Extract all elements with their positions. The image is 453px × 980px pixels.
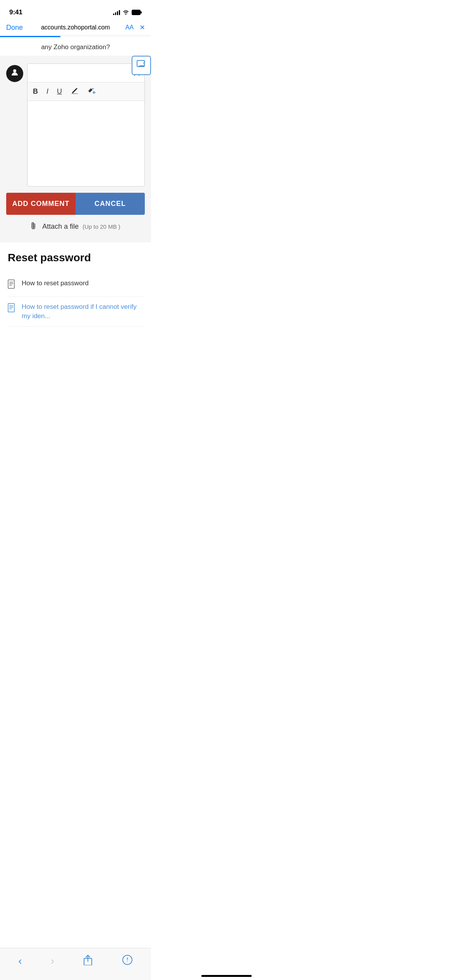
svg-point-4 [13, 69, 16, 72]
close-button[interactable]: × [140, 22, 145, 33]
status-bar: 9:41 [0, 0, 151, 19]
editor-textarea[interactable] [27, 101, 144, 186]
wifi-icon [122, 9, 129, 16]
svg-rect-1 [141, 11, 142, 14]
buttons-row: ADD COMMENT CANCEL [6, 193, 145, 215]
cancel-button[interactable]: CANCEL [76, 193, 145, 215]
done-button[interactable]: Done [6, 24, 26, 32]
article-title-link[interactable]: How to reset password if I cannot verify… [22, 302, 143, 321]
document-icon [8, 303, 16, 315]
list-item[interactable]: How to reset password if I cannot verify… [8, 297, 143, 327]
avatar [6, 65, 23, 82]
browser-url: accounts.zohoportal.com [30, 24, 121, 31]
status-icons [113, 9, 142, 16]
editor-container: A B I U [27, 63, 145, 187]
italic-button[interactable]: I [46, 87, 49, 96]
browser-bar: Done accounts.zohoportal.com AA × [0, 19, 151, 36]
comment-row: A B I U [6, 63, 145, 187]
input-row[interactable]: A [27, 64, 144, 82]
document-icon [8, 279, 16, 291]
article-list: How to reset password How to reset passw… [8, 273, 143, 327]
attach-file-row[interactable]: Attach a file (Up to 20 MB ) [6, 215, 145, 233]
signal-bars-icon [113, 10, 120, 15]
user-avatar-icon [10, 68, 19, 79]
add-comment-button[interactable]: ADD COMMENT [6, 193, 76, 215]
underline-button[interactable]: U [56, 87, 63, 96]
paperclip-icon [28, 221, 41, 233]
bold-button[interactable]: B [32, 87, 39, 96]
svg-rect-11 [8, 303, 14, 312]
fill-button[interactable] [87, 86, 97, 98]
editor-toolbar: B I U [27, 82, 144, 101]
status-time: 9:41 [9, 9, 22, 16]
aa-button[interactable]: AA [125, 24, 134, 31]
svg-point-6 [93, 91, 95, 94]
svg-rect-7 [8, 280, 14, 288]
highlight-button[interactable] [70, 86, 80, 98]
battery-icon [132, 10, 142, 15]
list-item[interactable]: How to reset password [8, 273, 143, 297]
chat-icon-container [132, 56, 151, 75]
article-title: How to reset password [22, 279, 89, 288]
attach-file-label: Attach a file [42, 223, 79, 231]
chat-icon [137, 60, 146, 71]
comment-widget: A B I U [0, 56, 151, 242]
main-content: Reset password How to reset password [0, 242, 151, 334]
svg-rect-0 [132, 10, 141, 15]
page-content: any Zoho organization? [0, 37, 151, 334]
section-title: Reset password [8, 252, 143, 264]
attach-file-size: (Up to 20 MB ) [82, 223, 120, 230]
top-text: any Zoho organization? [0, 37, 151, 56]
